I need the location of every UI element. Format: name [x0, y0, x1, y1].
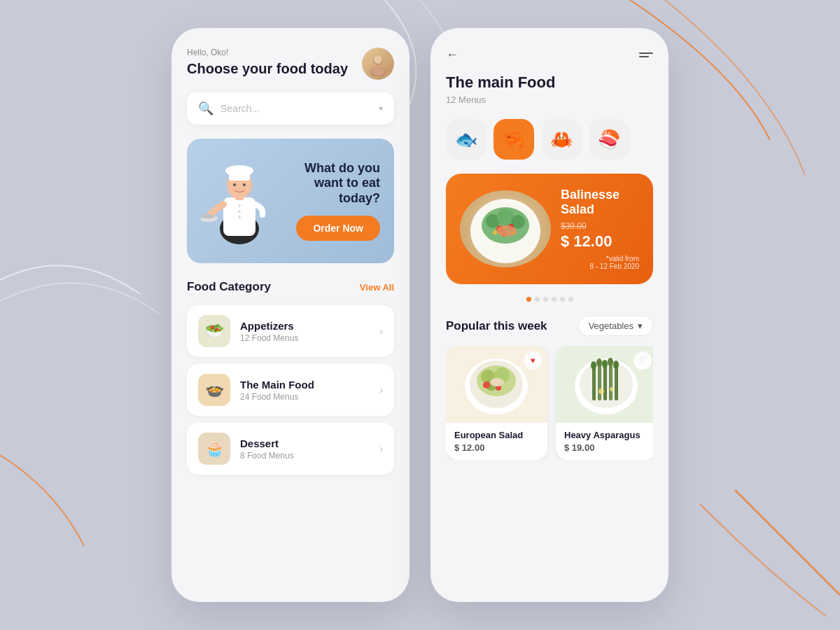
svg-rect-45: [609, 362, 612, 400]
svg-point-2: [374, 55, 382, 64]
appetizers-info: Appetizers 12 Food Menus: [240, 320, 298, 343]
european-salad-name: European Salad: [454, 430, 539, 440]
mainfood-name: The Main Food: [240, 379, 314, 391]
chevron-down-icon: ▾: [379, 104, 383, 113]
appetizers-name: Appetizers: [240, 320, 298, 332]
european-salad-price: $ 12.00: [454, 442, 539, 453]
featured-valid: *valid from 8 - 12 Feb 2020: [561, 255, 639, 270]
svg-rect-43: [598, 363, 601, 400]
svg-point-7: [238, 210, 241, 213]
svg-point-8: [238, 216, 241, 218]
banner-question: What do you want to eat today?: [285, 161, 380, 206]
svg-point-51: [613, 360, 619, 369]
greeting-text: Hello, Oko!: [187, 48, 348, 57]
food-cards-row: ♥ European Salad $ 12.00: [446, 346, 653, 460]
like-button-2[interactable]: ♡: [634, 351, 652, 370]
featured-food-image: [460, 190, 551, 267]
category-item-mainfood[interactable]: 🍲 The Main Food 24 Food Menus ›: [187, 364, 394, 416]
svg-point-28: [497, 225, 517, 237]
featured-name: Balinesse Salad: [561, 188, 639, 217]
dot-4[interactable]: [552, 297, 556, 302]
category-item-appetizers[interactable]: 🥗 Appetizers 12 Food Menus ›: [187, 305, 394, 357]
banner-text: What do you want to eat today? Order Now: [278, 161, 380, 241]
food-category-header: Food Category View All: [187, 280, 394, 294]
dessert-name: Dessert: [240, 438, 294, 449]
mainfood-count: 24 Food Menus: [240, 392, 314, 402]
european-salad-image: ♥: [446, 346, 547, 423]
category-icons-row: 🐟 🦐 🦀 🍣: [446, 119, 653, 160]
dessert-icon: 🧁: [198, 433, 230, 465]
svg-point-3: [372, 66, 384, 76]
appetizers-icon: 🥗: [198, 315, 230, 347]
choose-title: Choose your food today: [187, 60, 348, 77]
svg-point-47: [591, 361, 596, 370]
carousel-dots: [446, 297, 653, 302]
svg-point-12: [225, 165, 253, 176]
heavy-asparagus-image: ♡: [556, 346, 653, 423]
phone1-header: Hello, Oko! Choose your food today: [187, 48, 394, 80]
like-button-1[interactable]: ♥: [524, 351, 542, 370]
food-category-title: Food Category: [187, 280, 271, 294]
category-icon-sushi[interactable]: 🍣: [589, 119, 629, 160]
featured-old-price: $39.00: [561, 221, 639, 231]
avatar-image: [362, 48, 394, 80]
dessert-count: 8 Food Menus: [240, 451, 294, 461]
search-icon: 🔍: [198, 101, 214, 116]
page-subtitle: 12 Menus: [446, 94, 653, 105]
menu-line-1: [639, 52, 653, 54]
phone1-header-text: Hello, Oko! Choose your food today: [187, 48, 348, 77]
mainfood-icon: 🍲: [198, 374, 230, 406]
avatar[interactable]: [362, 48, 394, 80]
appetizers-count: 12 Food Menus: [240, 333, 298, 343]
svg-rect-46: [615, 365, 618, 400]
mainfood-arrow: ›: [379, 384, 383, 396]
phone-1: Hello, Oko! Choose your food today 🔍 Se: [172, 28, 410, 602]
heavy-asparagus-price: $ 19.00: [564, 442, 649, 453]
search-placeholder: Search...: [220, 103, 379, 114]
food-card-european-salad[interactable]: ♥ European Salad $ 12.00: [446, 346, 547, 460]
search-bar[interactable]: 🔍 Search... ▾: [187, 92, 394, 125]
svg-point-48: [596, 358, 602, 367]
svg-point-53: [610, 387, 614, 391]
appetizers-arrow: ›: [379, 326, 383, 337]
svg-point-13: [233, 183, 236, 186]
vegetables-filter[interactable]: Vegetables ▾: [578, 316, 653, 336]
category-icon-shrimp[interactable]: 🦐: [493, 119, 534, 160]
svg-point-38: [490, 378, 504, 386]
dot-3[interactable]: [543, 297, 548, 302]
view-all-link[interactable]: View All: [360, 282, 394, 293]
svg-point-6: [238, 204, 241, 207]
chef-illustration: [201, 155, 278, 246]
svg-point-52: [598, 388, 604, 394]
page-title: The main Food: [446, 74, 653, 92]
svg-point-14: [243, 183, 246, 186]
order-now-button[interactable]: Order Now: [296, 216, 380, 241]
back-button[interactable]: ←: [446, 48, 458, 62]
dot-6[interactable]: [568, 297, 573, 302]
category-icon-crab[interactable]: 🦀: [541, 119, 582, 160]
dot-5[interactable]: [560, 297, 565, 302]
svg-point-16: [201, 214, 215, 218]
food-card-heavy-asparagus[interactable]: ♡ Heavy Asparagus $ 19.00: [556, 346, 653, 460]
featured-info: Balinesse Salad $39.00 $ 12.00 *valid fr…: [561, 188, 639, 270]
category-icon-fish[interactable]: 🐟: [446, 119, 486, 160]
featured-card: Balinesse Salad $39.00 $ 12.00 *valid fr…: [446, 174, 653, 284]
phone2-nav: ←: [446, 48, 653, 62]
heavy-asparagus-info: Heavy Asparagus $ 19.00: [556, 423, 653, 460]
filter-label: Vegetables: [589, 321, 634, 331]
dot-2[interactable]: [535, 297, 540, 302]
banner: What do you want to eat today? Order Now: [187, 139, 394, 263]
dessert-info: Dessert 8 Food Menus: [240, 438, 294, 461]
popular-title: Popular this week: [446, 319, 547, 333]
menu-line-2: [639, 56, 649, 57]
category-item-dessert[interactable]: 🧁 Dessert 8 Food Menus ›: [187, 423, 394, 475]
popular-header: Popular this week Vegetables ▾: [446, 316, 653, 336]
dot-1[interactable]: [526, 297, 531, 302]
heavy-asparagus-name: Heavy Asparagus: [564, 430, 649, 440]
european-salad-info: European Salad $ 12.00: [446, 423, 547, 460]
svg-point-50: [608, 358, 613, 366]
svg-rect-44: [603, 364, 607, 400]
hamburger-menu-icon[interactable]: [639, 52, 653, 57]
filter-chevron-icon: ▾: [638, 321, 643, 331]
phone-2: ← The main Food 12 Menus 🐟 🦐 🦀 🍣: [430, 28, 668, 602]
